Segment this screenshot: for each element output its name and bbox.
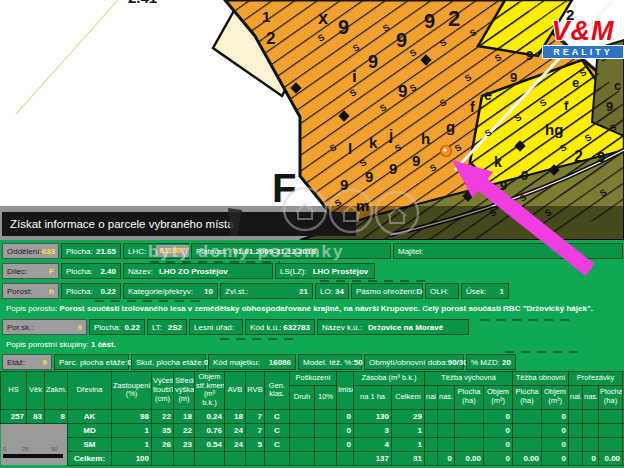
parcel-info-panel: Oddělení: 633 Plocha: 21.65 LHC: 611807 … bbox=[0, 240, 624, 468]
table-cell bbox=[152, 451, 174, 465]
table-row: MD135220.76247C03100 bbox=[1, 423, 624, 437]
table-cell: C bbox=[265, 437, 290, 451]
field-plocha-porsk: Plocha: 0.22 bbox=[89, 319, 145, 335]
table-cell: 0 bbox=[542, 451, 569, 465]
map-application-window: SSSSSSSSSSSSSSSSSSSSSSSSSSSSSS 2.4112x99… bbox=[0, 0, 624, 468]
table-cell: 1 bbox=[112, 423, 152, 437]
field-label: Plocha: bbox=[66, 287, 93, 296]
field-pasmo: Pásmo ohrožení: D bbox=[351, 283, 423, 299]
map-label: 9 bbox=[338, 16, 349, 38]
table-cell: 257 bbox=[1, 409, 27, 423]
table-cell: 3 bbox=[354, 423, 392, 437]
table-cell bbox=[315, 437, 337, 451]
field-plocha-porost: Plocha: 0.22 bbox=[61, 283, 121, 299]
field-value: 21 bbox=[299, 287, 308, 296]
field-value: 611807 bbox=[156, 245, 188, 257]
table-cell: 18 bbox=[225, 409, 246, 423]
table-cell: 0 bbox=[583, 451, 599, 465]
table-cell: 22 bbox=[174, 423, 195, 437]
table-cell bbox=[246, 451, 265, 465]
scale-bar-line bbox=[3, 454, 63, 458]
field-lhc: LHC: 611807 bbox=[123, 243, 189, 259]
table-cell: 0 bbox=[484, 451, 513, 465]
field-value: 633 bbox=[42, 247, 55, 256]
field-label: LO: bbox=[320, 287, 333, 296]
map-label: j bbox=[388, 126, 393, 143]
table-cell: SM bbox=[68, 437, 112, 451]
field-value: D bbox=[416, 287, 422, 296]
field-value: h bbox=[49, 287, 54, 296]
map-label: l bbox=[478, 169, 482, 185]
field-label: Obmýtí/obnovní doba: bbox=[369, 358, 448, 367]
field-label: Skut. plocha etáže: bbox=[136, 358, 204, 367]
map-label: 9 bbox=[521, 168, 528, 183]
field-usek: Úsek: 1 bbox=[461, 283, 509, 299]
table-cell: 26 bbox=[152, 437, 174, 451]
col-header-tv-plocha: Plocha (ha) bbox=[455, 385, 484, 409]
field-model-tez: Model. těž. %: 50 bbox=[298, 354, 362, 370]
field-kategorie: Kategorie/překryv: 10 bbox=[123, 283, 218, 299]
table-cell bbox=[174, 451, 195, 465]
table-cell: Celkem: bbox=[68, 451, 112, 465]
map-label: 9 bbox=[424, 10, 435, 32]
table-cell: 8 bbox=[45, 409, 68, 423]
map-label: 1 bbox=[262, 8, 270, 25]
field-value: 21.65 bbox=[96, 247, 116, 256]
table-cell: 137 bbox=[354, 451, 392, 465]
col-header-imise: Imise bbox=[337, 372, 354, 410]
field-plocha-dilec: Plocha: 2.40 bbox=[61, 263, 121, 279]
table-cell: 24 bbox=[225, 423, 246, 437]
map-label: 2 bbox=[574, 148, 583, 165]
table-cell: 0.00 bbox=[455, 451, 484, 465]
logo-reality-text: REALITY bbox=[542, 45, 624, 59]
col-header-to-objem: Objem (m³) bbox=[542, 385, 569, 409]
table-cell: 0 bbox=[337, 423, 354, 437]
table-cell: 24 bbox=[225, 437, 246, 451]
field-value: 632783 bbox=[283, 323, 310, 332]
field-label: Plocha: bbox=[66, 267, 93, 276]
map-label: x bbox=[318, 8, 328, 28]
table-cell: 4 bbox=[354, 437, 392, 451]
table-cell: 35 bbox=[152, 423, 174, 437]
field-label: Popis porostní skupiny: bbox=[6, 340, 89, 349]
table-cell: 5 bbox=[246, 437, 265, 451]
map-label: 2.41 bbox=[128, 0, 157, 6]
table-cell bbox=[290, 451, 315, 465]
field-label: Platnost: bbox=[196, 247, 227, 256]
col-header-celkem: Celkem bbox=[392, 385, 425, 409]
info-row-dilec: Dílec: F Plocha: 2.40 Název: LHO ZO Pros… bbox=[2, 263, 377, 279]
table-cell: 0.54 bbox=[195, 437, 225, 451]
table-cell bbox=[513, 437, 542, 451]
field-label: Pásmo ohrožení: bbox=[356, 287, 416, 296]
table-cell bbox=[315, 409, 337, 423]
col-header-pr-plocha: Plocha (ha) bbox=[599, 385, 623, 409]
scale-tick: 25 bbox=[22, 446, 29, 452]
map-label: 9 bbox=[500, 178, 507, 193]
col-group-prorezavky: Prořezávky bbox=[569, 372, 623, 386]
field-value: 34 bbox=[335, 287, 344, 296]
table-cell bbox=[513, 409, 542, 423]
map-label: e bbox=[572, 75, 579, 90]
col-header-na1ha: na 1 ha bbox=[354, 385, 392, 409]
map-label: hg bbox=[545, 121, 563, 138]
col-header-avb: AVB bbox=[225, 372, 246, 410]
field-label: Oddělení: bbox=[7, 247, 42, 256]
table-cell: 0 bbox=[542, 409, 569, 423]
table-cell: 0 bbox=[484, 437, 513, 451]
col-group-zasoba: Zásoba (m³ b.k.) bbox=[354, 372, 425, 386]
map-label: 9 bbox=[526, 48, 533, 63]
map-label: f bbox=[564, 98, 569, 113]
table-cell bbox=[438, 409, 455, 423]
table-cell bbox=[290, 423, 315, 437]
col-group-poskozeni: Poškození bbox=[290, 372, 337, 386]
field-label: LHC: bbox=[128, 247, 146, 256]
table-cell: 0 bbox=[438, 451, 455, 465]
field-lt: LT: 2S2 bbox=[147, 319, 187, 335]
col-header-stredni: Střední výška (m) bbox=[174, 372, 195, 410]
col-header-pr-nas: nas. bbox=[583, 385, 599, 409]
forestry-map[interactable]: SSSSSSSSSSSSSSSSSSSSSSSSSSSSSS 2.4112x99… bbox=[0, 0, 624, 240]
col-header-rvb: RVB bbox=[246, 372, 265, 410]
table-cell bbox=[599, 423, 623, 437]
map-label: c bbox=[614, 78, 621, 93]
map-label: i bbox=[352, 67, 357, 86]
